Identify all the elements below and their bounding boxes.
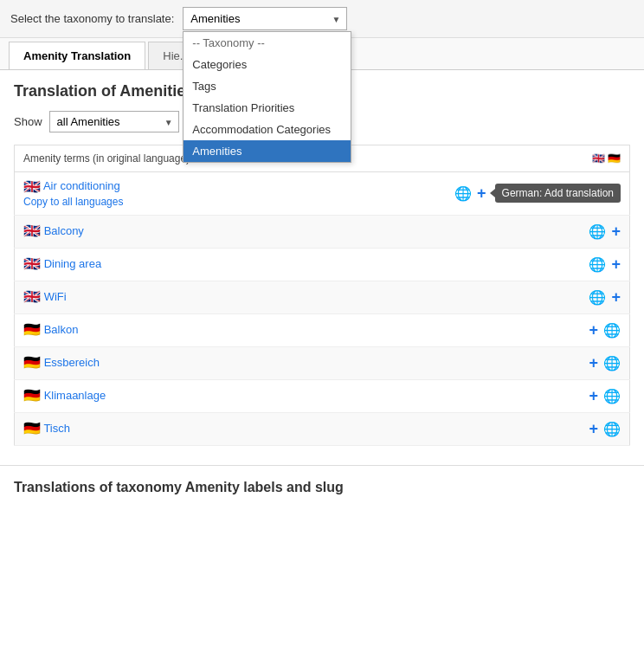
term-cell: 🇬🇧 Balcony <box>15 215 447 248</box>
actions-cell: + 🌐 <box>446 313 629 346</box>
dropdown-item-translation-priorities[interactable]: Translation Priorities <box>184 97 351 119</box>
globe-icon[interactable]: 🌐 <box>454 185 472 202</box>
row-flag: 🇩🇪 <box>23 389 41 403</box>
actions-cell: 🌐 + <box>446 248 629 281</box>
add-translation-icon[interactable]: + <box>611 255 621 274</box>
dropdown-item-tags[interactable]: Tags <box>184 75 351 97</box>
action-icons: 🌐 + <box>454 288 621 307</box>
table-header-flags: 🇬🇧 🇩🇪 <box>446 145 629 172</box>
add-translation-icon[interactable]: + <box>611 223 621 241</box>
top-bar: Select the taxonomy to translate: Amenit… <box>0 0 644 38</box>
table-row: 🇩🇪 Essbereich + 🌐 <box>15 346 630 379</box>
add-translation-icon[interactable]: + <box>589 420 598 438</box>
actions-cell: + 🌐 <box>446 379 629 412</box>
actions-cell: 🌐 + <box>446 215 629 248</box>
tab-amenity-translation[interactable]: Amenity Translation <box>9 42 145 69</box>
row-flag: 🇬🇧 <box>23 290 41 304</box>
term-link[interactable]: Air conditioning <box>43 179 120 192</box>
add-translation-icon[interactable]: + <box>589 354 598 372</box>
add-translation-icon[interactable]: + <box>589 387 598 405</box>
action-icons: + 🌐 <box>454 354 621 372</box>
term-link[interactable]: Essbereich <box>44 356 100 369</box>
show-label: Show <box>14 115 42 128</box>
term-link[interactable]: Klimaanlage <box>44 389 106 402</box>
copy-to-all-link[interactable]: Copy to all languages <box>23 196 437 208</box>
action-icons: 🌐 + <box>454 255 621 274</box>
actions-cell: + 🌐 <box>446 412 629 445</box>
row-flag: 🇩🇪 <box>23 422 41 436</box>
amenity-table: Amenity terms (in original language) 🇬🇧 … <box>14 145 630 446</box>
globe-icon[interactable]: 🌐 <box>603 421 621 437</box>
row-flag: 🇩🇪 <box>23 356 41 370</box>
dropdown-item-amenities[interactable]: Amenities <box>184 140 351 162</box>
globe-icon[interactable]: 🌐 <box>589 223 606 240</box>
term-cell: 🇩🇪 Balkon <box>15 313 447 346</box>
flag-uk-header: 🇬🇧 <box>592 152 605 165</box>
row-flag: 🇬🇧 <box>23 224 41 238</box>
table-row: 🇬🇧 Balcony 🌐 + <box>15 215 630 248</box>
actions-cell: 🌐 + German: Add translation <box>446 172 629 216</box>
term-cell: 🇩🇪 Essbereich <box>15 346 447 379</box>
taxonomy-select-wrapper: Amenities Categories Tags Translation Pr… <box>183 7 347 30</box>
term-link[interactable]: Dining area <box>44 257 102 270</box>
action-icons: + 🌐 <box>454 420 621 438</box>
actions-cell: 🌐 + <box>446 281 629 313</box>
action-icons: + 🌐 <box>454 321 621 339</box>
term-link[interactable]: Tisch <box>43 422 70 435</box>
action-icons: 🌐 + German: Add translation <box>454 184 621 203</box>
row-flag: 🇬🇧 <box>23 180 41 194</box>
show-select-wrapper: all Amenities English German ▼ <box>49 111 179 132</box>
show-select[interactable]: all Amenities English German <box>49 111 179 132</box>
term-cell: 🇬🇧 Air conditioning Copy to all language… <box>15 172 447 216</box>
dropdown-item-accommodation-categories[interactable]: Accommodation Categories <box>184 119 351 140</box>
taxonomy-select[interactable]: Amenities Categories Tags Translation Pr… <box>183 7 347 30</box>
add-translation-icon[interactable]: + <box>589 321 598 339</box>
taxonomy-label: Select the taxonomy to translate: <box>10 12 174 25</box>
table-row: 🇩🇪 Balkon + 🌐 <box>15 313 630 346</box>
term-link[interactable]: Balcony <box>44 224 84 237</box>
dropdown-header: -- Taxonomy -- <box>184 32 351 54</box>
row-flag: 🇬🇧 <box>23 257 41 271</box>
table-row: 🇩🇪 Klimaanlage + 🌐 <box>15 379 630 412</box>
action-icons: 🌐 + <box>454 223 621 241</box>
actions-cell: + 🌐 <box>446 346 629 379</box>
table-row: 🇬🇧 Dining area 🌐 + <box>15 248 630 281</box>
globe-icon[interactable]: 🌐 <box>589 289 606 306</box>
table-row: 🇬🇧 WiFi 🌐 + <box>15 281 630 313</box>
row-flag: 🇩🇪 <box>23 323 41 337</box>
tooltip-add-german: German: Add translation <box>495 184 621 203</box>
globe-icon[interactable]: 🌐 <box>603 388 621 404</box>
table-row: 🇬🇧 Air conditioning Copy to all language… <box>15 172 630 216</box>
action-icons: + 🌐 <box>454 387 621 405</box>
term-cell: 🇬🇧 Dining area <box>15 248 447 281</box>
bottom-title: Translations of taxonomy Amenity labels … <box>14 480 630 495</box>
globe-icon[interactable]: 🌐 <box>603 355 621 371</box>
term-cell: 🇩🇪 Tisch <box>15 412 447 445</box>
table-row: 🇩🇪 Tisch + 🌐 <box>15 412 630 445</box>
dropdown-item-categories[interactable]: Categories <box>184 54 351 75</box>
add-translation-icon[interactable]: + <box>611 288 621 307</box>
add-translation-icon[interactable]: + <box>477 184 486 203</box>
term-cell: 🇬🇧 WiFi <box>15 281 447 313</box>
globe-icon[interactable]: 🌐 <box>603 322 621 339</box>
taxonomy-dropdown: -- Taxonomy -- Categories Tags Translati… <box>183 31 351 163</box>
term-link[interactable]: Balkon <box>44 323 79 336</box>
term-link[interactable]: WiFi <box>44 290 67 303</box>
bottom-section: Translations of taxonomy Amenity labels … <box>0 465 644 509</box>
flag-de-header: 🇩🇪 <box>608 152 621 165</box>
globe-icon[interactable]: 🌐 <box>589 256 606 273</box>
term-cell: 🇩🇪 Klimaanlage <box>15 379 447 412</box>
